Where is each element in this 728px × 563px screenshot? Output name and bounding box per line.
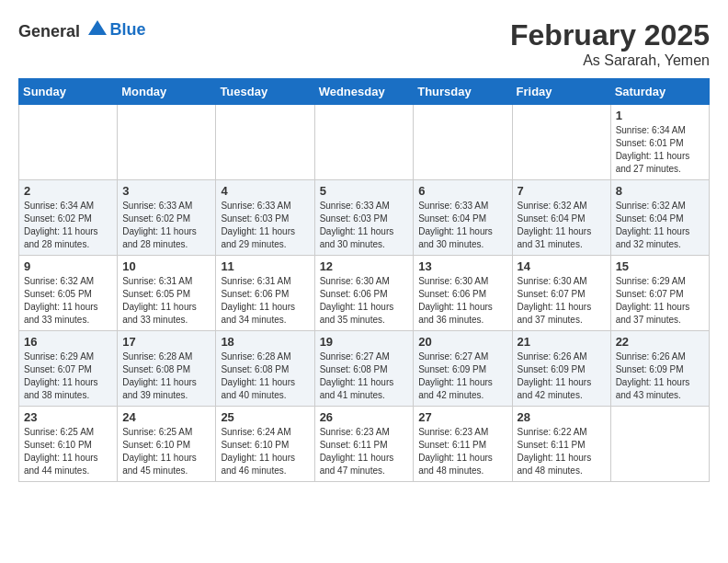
calendar-cell: 14Sunrise: 6:30 AM Sunset: 6:07 PM Dayli… xyxy=(512,256,610,331)
day-info: Sunrise: 6:31 AM Sunset: 6:06 PM Dayligh… xyxy=(221,275,309,327)
calendar-cell: 18Sunrise: 6:28 AM Sunset: 6:08 PM Dayli… xyxy=(216,331,314,407)
calendar-table: SundayMondayTuesdayWednesdayThursdayFrid… xyxy=(18,78,710,482)
weekday-header-sunday: Sunday xyxy=(19,79,118,105)
calendar-header-row: SundayMondayTuesdayWednesdayThursdayFrid… xyxy=(19,79,710,105)
calendar-week-row: 1Sunrise: 6:34 AM Sunset: 6:01 PM Daylig… xyxy=(19,105,710,180)
calendar-cell xyxy=(19,105,118,180)
day-info: Sunrise: 6:30 AM Sunset: 6:07 PM Dayligh… xyxy=(518,275,606,327)
calendar-cell: 25Sunrise: 6:24 AM Sunset: 6:10 PM Dayli… xyxy=(216,407,314,482)
day-number: 16 xyxy=(24,335,112,349)
day-number: 26 xyxy=(320,410,409,424)
day-info: Sunrise: 6:24 AM Sunset: 6:10 PM Dayligh… xyxy=(221,426,309,477)
calendar-cell xyxy=(512,105,610,180)
day-info: Sunrise: 6:25 AM Sunset: 6:10 PM Dayligh… xyxy=(24,426,112,477)
day-info: Sunrise: 6:28 AM Sunset: 6:08 PM Dayligh… xyxy=(221,350,309,402)
day-info: Sunrise: 6:26 AM Sunset: 6:09 PM Dayligh… xyxy=(518,350,606,402)
day-number: 2 xyxy=(24,184,112,198)
day-info: Sunrise: 6:34 AM Sunset: 6:01 PM Dayligh… xyxy=(616,124,704,176)
day-info: Sunrise: 6:31 AM Sunset: 6:05 PM Dayligh… xyxy=(122,275,210,327)
calendar-cell: 8Sunrise: 6:32 AM Sunset: 6:04 PM Daylig… xyxy=(610,180,709,256)
weekday-header-saturday: Saturday xyxy=(610,79,709,105)
calendar-cell: 1Sunrise: 6:34 AM Sunset: 6:01 PM Daylig… xyxy=(610,105,709,180)
day-info: Sunrise: 6:30 AM Sunset: 6:06 PM Dayligh… xyxy=(320,275,409,327)
day-number: 25 xyxy=(221,410,309,424)
calendar-cell: 27Sunrise: 6:23 AM Sunset: 6:11 PM Dayli… xyxy=(414,407,512,482)
day-number: 5 xyxy=(320,184,409,198)
day-info: Sunrise: 6:32 AM Sunset: 6:05 PM Dayligh… xyxy=(24,275,112,327)
day-number: 14 xyxy=(518,259,606,273)
day-info: Sunrise: 6:29 AM Sunset: 6:07 PM Dayligh… xyxy=(24,350,112,402)
day-number: 21 xyxy=(518,335,606,349)
day-number: 24 xyxy=(122,410,210,424)
day-number: 12 xyxy=(320,259,409,273)
month-title: February 2025 xyxy=(510,18,710,52)
calendar-cell xyxy=(118,105,216,180)
day-info: Sunrise: 6:25 AM Sunset: 6:10 PM Dayligh… xyxy=(122,426,210,477)
day-number: 3 xyxy=(122,184,210,198)
calendar-cell: 2Sunrise: 6:34 AM Sunset: 6:02 PM Daylig… xyxy=(19,180,118,256)
calendar-cell xyxy=(216,105,314,180)
day-number: 18 xyxy=(221,335,309,349)
svg-marker-0 xyxy=(88,20,107,35)
calendar-cell: 22Sunrise: 6:26 AM Sunset: 6:09 PM Dayli… xyxy=(610,331,709,407)
logo-general: General xyxy=(18,18,110,41)
calendar-week-row: 2Sunrise: 6:34 AM Sunset: 6:02 PM Daylig… xyxy=(19,180,710,256)
page-header: General Blue February 2025 As Sararah, Y… xyxy=(18,18,710,69)
calendar-cell: 20Sunrise: 6:27 AM Sunset: 6:09 PM Dayli… xyxy=(414,331,512,407)
day-number: 23 xyxy=(24,410,112,424)
day-number: 13 xyxy=(418,259,506,273)
calendar-cell: 9Sunrise: 6:32 AM Sunset: 6:05 PM Daylig… xyxy=(19,256,118,331)
day-number: 19 xyxy=(320,335,409,349)
calendar-cell: 11Sunrise: 6:31 AM Sunset: 6:06 PM Dayli… xyxy=(216,256,314,331)
day-number: 17 xyxy=(122,335,210,349)
calendar-cell: 17Sunrise: 6:28 AM Sunset: 6:08 PM Dayli… xyxy=(118,331,216,407)
day-info: Sunrise: 6:33 AM Sunset: 6:02 PM Dayligh… xyxy=(122,200,210,251)
calendar-cell: 3Sunrise: 6:33 AM Sunset: 6:02 PM Daylig… xyxy=(118,180,216,256)
title-block: February 2025 As Sararah, Yemen xyxy=(510,18,710,69)
calendar-cell: 6Sunrise: 6:33 AM Sunset: 6:04 PM Daylig… xyxy=(414,180,512,256)
calendar-week-row: 23Sunrise: 6:25 AM Sunset: 6:10 PM Dayli… xyxy=(19,407,710,482)
day-info: Sunrise: 6:32 AM Sunset: 6:04 PM Dayligh… xyxy=(518,200,606,251)
day-number: 8 xyxy=(616,184,704,198)
calendar-cell: 13Sunrise: 6:30 AM Sunset: 6:06 PM Dayli… xyxy=(414,256,512,331)
day-number: 10 xyxy=(122,259,210,273)
calendar-week-row: 9Sunrise: 6:32 AM Sunset: 6:05 PM Daylig… xyxy=(19,256,710,331)
calendar-cell xyxy=(314,105,414,180)
calendar-cell: 24Sunrise: 6:25 AM Sunset: 6:10 PM Dayli… xyxy=(118,407,216,482)
location-title: As Sararah, Yemen xyxy=(510,52,710,69)
calendar-cell: 28Sunrise: 6:22 AM Sunset: 6:11 PM Dayli… xyxy=(512,407,610,482)
day-number: 1 xyxy=(616,109,704,122)
day-info: Sunrise: 6:23 AM Sunset: 6:11 PM Dayligh… xyxy=(418,426,506,477)
calendar-cell xyxy=(610,407,709,482)
day-info: Sunrise: 6:33 AM Sunset: 6:03 PM Dayligh… xyxy=(221,200,309,251)
calendar-cell: 4Sunrise: 6:33 AM Sunset: 6:03 PM Daylig… xyxy=(216,180,314,256)
day-info: Sunrise: 6:33 AM Sunset: 6:04 PM Dayligh… xyxy=(418,200,506,251)
day-number: 6 xyxy=(418,184,506,198)
day-number: 9 xyxy=(24,259,112,273)
day-info: Sunrise: 6:28 AM Sunset: 6:08 PM Dayligh… xyxy=(122,350,210,402)
weekday-header-monday: Monday xyxy=(118,79,216,105)
day-info: Sunrise: 6:30 AM Sunset: 6:06 PM Dayligh… xyxy=(418,275,506,327)
day-info: Sunrise: 6:23 AM Sunset: 6:11 PM Dayligh… xyxy=(320,426,409,477)
calendar-cell: 12Sunrise: 6:30 AM Sunset: 6:06 PM Dayli… xyxy=(314,256,414,331)
calendar-week-row: 16Sunrise: 6:29 AM Sunset: 6:07 PM Dayli… xyxy=(19,331,710,407)
calendar-cell: 19Sunrise: 6:27 AM Sunset: 6:08 PM Dayli… xyxy=(314,331,414,407)
day-number: 7 xyxy=(518,184,606,198)
day-info: Sunrise: 6:26 AM Sunset: 6:09 PM Dayligh… xyxy=(616,350,704,402)
day-number: 20 xyxy=(418,335,506,349)
calendar-cell: 5Sunrise: 6:33 AM Sunset: 6:03 PM Daylig… xyxy=(314,180,414,256)
weekday-header-wednesday: Wednesday xyxy=(314,79,414,105)
day-info: Sunrise: 6:29 AM Sunset: 6:07 PM Dayligh… xyxy=(616,275,704,327)
weekday-header-tuesday: Tuesday xyxy=(216,79,314,105)
day-info: Sunrise: 6:33 AM Sunset: 6:03 PM Dayligh… xyxy=(320,200,409,251)
calendar-cell: 23Sunrise: 6:25 AM Sunset: 6:10 PM Dayli… xyxy=(19,407,118,482)
day-info: Sunrise: 6:32 AM Sunset: 6:04 PM Dayligh… xyxy=(616,200,704,251)
day-info: Sunrise: 6:27 AM Sunset: 6:09 PM Dayligh… xyxy=(418,350,506,402)
day-number: 4 xyxy=(221,184,309,198)
calendar-cell: 26Sunrise: 6:23 AM Sunset: 6:11 PM Dayli… xyxy=(314,407,414,482)
calendar-body: 1Sunrise: 6:34 AM Sunset: 6:01 PM Daylig… xyxy=(19,105,710,482)
calendar-cell: 10Sunrise: 6:31 AM Sunset: 6:05 PM Dayli… xyxy=(118,256,216,331)
day-info: Sunrise: 6:27 AM Sunset: 6:08 PM Dayligh… xyxy=(320,350,409,402)
day-info: Sunrise: 6:34 AM Sunset: 6:02 PM Dayligh… xyxy=(24,200,112,251)
day-info: Sunrise: 6:22 AM Sunset: 6:11 PM Dayligh… xyxy=(518,426,606,477)
